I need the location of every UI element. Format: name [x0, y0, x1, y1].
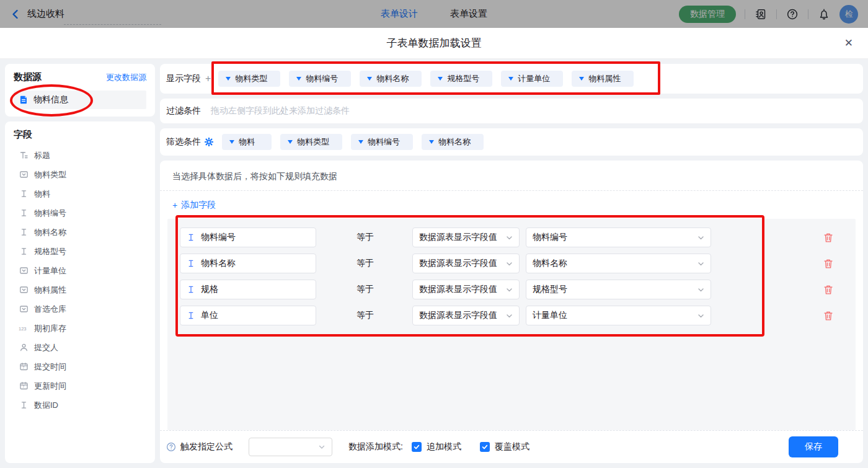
source-type-dropdown[interactable]: 数据源表显示字段值	[412, 306, 520, 325]
triangle-down-icon	[438, 77, 443, 81]
fields-card: 字段 标题 物料类型 物料 物料编号	[5, 121, 155, 463]
source-field-dropdown[interactable]: 物料编号	[526, 227, 711, 247]
datasource-title: 数据源	[14, 71, 42, 83]
rule-row: 物料名称 等于 数据源表显示字段值 物料名称	[167, 254, 856, 273]
field-chip[interactable]: 物料	[222, 134, 272, 150]
source-type-dropdown[interactable]: 数据源表显示字段值	[412, 227, 520, 247]
add-field-button[interactable]: + 添加字段	[160, 191, 863, 219]
formula-select[interactable]	[249, 438, 332, 456]
change-datasource-link[interactable]: 更改数据源	[106, 72, 146, 83]
save-button[interactable]: 保存	[789, 436, 838, 457]
field-chip[interactable]: 物料名称	[360, 71, 422, 87]
checkbox-checked-icon	[480, 442, 490, 452]
chevron-down-icon	[698, 260, 704, 267]
title-field-icon	[19, 151, 29, 160]
select-field-icon	[19, 266, 29, 275]
field-item[interactable]: 物料编号	[14, 203, 146, 223]
field-item[interactable]: 7 提交时间	[14, 357, 146, 376]
help-circle-icon[interactable]	[166, 442, 176, 452]
field-item-label: 数据ID	[34, 400, 58, 411]
field-chip[interactable]: 物料属性	[572, 71, 634, 87]
field-chip[interactable]: 物料类型	[280, 134, 342, 150]
field-item-label: 物料类型	[34, 169, 66, 180]
target-field-box[interactable]: 单位	[180, 306, 316, 325]
field-chip[interactable]: 物料编号	[351, 134, 413, 150]
source-field-dropdown[interactable]: 规格型号	[526, 280, 711, 299]
tab-form-settings[interactable]: 表单设置	[450, 8, 487, 20]
delete-rule-button[interactable]	[823, 285, 833, 295]
field-item-label: 计量单位	[34, 265, 66, 276]
field-chip[interactable]: 物料名称	[422, 134, 484, 150]
field-item[interactable]: 数据ID	[14, 395, 146, 415]
triangle-down-icon	[508, 77, 513, 81]
triangle-down-icon	[229, 140, 234, 144]
operator-label: 等于	[356, 310, 394, 321]
main-panel: 显示字段 + 物料类型 物料编号 物料名称 规格型号 计量单位 物料属性 过滤条…	[160, 64, 863, 463]
fill-rules-card: 当选择具体数据后，将按如下规则填充数据 + 添加字段 物料编号 等于	[160, 161, 863, 463]
chevron-down-icon	[506, 234, 513, 241]
field-item[interactable]: 首选仓库	[14, 299, 146, 319]
field-item[interactable]: 123 期初库存	[14, 319, 146, 338]
close-icon[interactable]: ✕	[844, 37, 853, 50]
field-chip[interactable]: 物料编号	[289, 71, 351, 87]
append-mode-checkbox[interactable]: 追加模式	[412, 441, 461, 453]
sidebar: 数据源 更改数据源 物料信息	[5, 64, 155, 463]
field-item-label: 更新时间	[34, 381, 66, 392]
field-item[interactable]: 标题	[14, 146, 146, 165]
field-item[interactable]: 物料类型	[14, 165, 146, 184]
screen-condition-chips: 物料 物料类型 物料编号 物料名称	[222, 134, 484, 150]
chevron-down-icon	[506, 312, 513, 319]
target-field-box[interactable]: 物料名称	[180, 254, 316, 273]
date-field-icon: 7	[19, 362, 29, 371]
display-fields-label: 显示字段	[166, 73, 201, 84]
text-field-icon	[19, 400, 29, 410]
field-item[interactable]: 物料名称	[14, 223, 146, 242]
gear-icon[interactable]	[205, 138, 213, 146]
rule-row: 物料编号 等于 数据源表显示字段值 物料编号	[167, 227, 856, 247]
text-field-icon	[19, 247, 29, 256]
field-item-label: 提交人	[34, 342, 58, 353]
text-field-icon	[19, 189, 29, 198]
field-chip[interactable]: 计量单位	[501, 71, 563, 87]
add-display-field-button[interactable]: +	[205, 73, 211, 84]
field-chip[interactable]: 规格型号	[430, 71, 492, 87]
delete-rule-button[interactable]	[823, 232, 833, 243]
trash-icon	[823, 285, 833, 295]
field-chip[interactable]: 物料类型	[218, 71, 280, 87]
field-item[interactable]: 物料	[14, 184, 146, 203]
operator-label: 等于	[356, 284, 394, 295]
chevron-down-icon	[698, 312, 704, 319]
datasource-card: 数据源 更改数据源 物料信息	[5, 64, 155, 117]
topbar-tabs: 表单设计 表单设置	[0, 0, 868, 28]
field-item-label: 物料编号	[34, 208, 66, 219]
target-field-box[interactable]: 规格	[180, 280, 316, 299]
source-type-dropdown[interactable]: 数据源表显示字段值	[412, 254, 520, 273]
field-item-label: 标题	[34, 150, 50, 161]
filter-condition-band[interactable]: 过滤条件 拖动左侧字段到此处来添加过滤条件	[160, 99, 863, 123]
select-field-icon	[19, 285, 29, 294]
overwrite-mode-checkbox[interactable]: 覆盖模式	[480, 441, 529, 453]
delete-rule-button[interactable]	[823, 258, 833, 269]
date-field-icon: 7	[19, 381, 29, 391]
text-field-icon	[187, 285, 195, 294]
target-field-box[interactable]: 物料编号	[180, 227, 316, 247]
svg-text:7: 7	[22, 366, 24, 369]
source-type-dropdown[interactable]: 数据源表显示字段值	[412, 280, 520, 299]
text-field-icon	[19, 227, 29, 237]
filter-condition-label: 过滤条件	[166, 105, 201, 117]
triangle-down-icon	[288, 140, 293, 144]
field-item[interactable]: 7 更新时间	[14, 376, 146, 395]
chevron-down-icon	[318, 443, 326, 451]
select-field-icon	[19, 170, 29, 179]
delete-rule-button[interactable]	[823, 311, 833, 321]
svg-text:123: 123	[19, 326, 27, 332]
source-field-dropdown[interactable]: 计量单位	[526, 306, 711, 325]
source-field-dropdown[interactable]: 物料名称	[526, 254, 711, 273]
tab-form-design[interactable]: 表单设计	[381, 8, 418, 20]
field-item[interactable]: 提交人	[14, 338, 146, 357]
field-item[interactable]: 物料属性	[14, 280, 146, 299]
datasource-selected-item[interactable]: 物料信息	[14, 91, 146, 109]
field-item[interactable]: 规格型号	[14, 242, 146, 261]
field-item[interactable]: 计量单位	[14, 261, 146, 280]
field-item-label: 首选仓库	[34, 304, 66, 315]
